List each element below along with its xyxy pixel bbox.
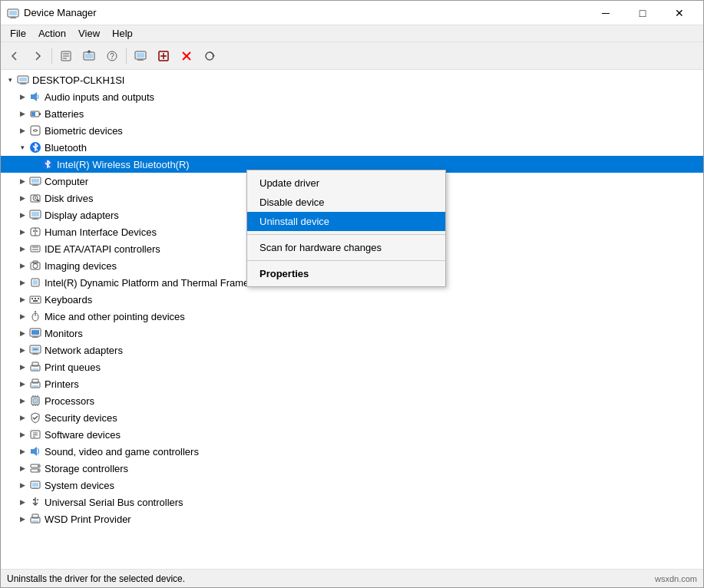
svg-rect-52: [31, 246, 40, 252]
tree-software[interactable]: ▶ Software devices: [1, 426, 703, 443]
ide-label: IDE ATA/ATAPI controllers: [45, 243, 160, 255]
tree-batteries[interactable]: ▶ Batteries: [1, 105, 703, 122]
context-disable-device[interactable]: Disable device: [247, 193, 445, 212]
status-right: wsxdn.com: [655, 574, 697, 583]
window-controls: ─ □ ✕: [588, 2, 697, 25]
svg-rect-74: [33, 353, 38, 354]
svg-rect-79: [32, 368, 38, 370]
context-uninstall-device[interactable]: Uninstall device: [247, 212, 445, 231]
svg-rect-16: [137, 60, 144, 61]
chevron-display: ▶: [16, 209, 28, 221]
maximize-button[interactable]: □: [625, 2, 660, 25]
close-button[interactable]: ✕: [662, 2, 697, 25]
chevron-bt-device: [28, 158, 41, 170]
batteries-label: Batteries: [45, 108, 84, 120]
tree-bluetooth[interactable]: ▾ Bluetooth: [1, 139, 703, 156]
svg-rect-62: [35, 298, 36, 299]
svg-point-51: [36, 230, 38, 232]
refresh-button[interactable]: [199, 45, 220, 67]
svg-point-50: [33, 230, 35, 232]
tree-audio[interactable]: ▶ Audio inputs and outputs: [1, 88, 703, 105]
tree-monitors[interactable]: ▶ Monitors: [1, 325, 703, 342]
display-label: Display adapters: [45, 210, 119, 221]
context-scan-hardware[interactable]: Scan for hardware changes: [247, 238, 445, 257]
printers-icon: [28, 377, 42, 391]
processors-icon: [28, 394, 42, 408]
computer-tree-icon: [28, 174, 42, 188]
tree-biometric[interactable]: ▶ Biometric devices: [1, 122, 703, 139]
storage-label: Storage controllers: [45, 463, 128, 474]
minimize-button[interactable]: ─: [588, 2, 623, 25]
device-tree[interactable]: ▾ DESKTOP-CLKH1SI ▶ Audio: [1, 70, 703, 569]
svg-rect-63: [38, 298, 39, 299]
usb-icon: [28, 495, 42, 509]
help-button[interactable]: ?: [101, 45, 123, 67]
monitor-tree-icon: [28, 326, 42, 340]
svg-point-100: [38, 470, 39, 471]
wsd-icon: [28, 512, 42, 526]
menu-help[interactable]: Help: [106, 25, 139, 41]
software-icon: [28, 428, 42, 441]
chevron-wsd: ▶: [16, 513, 28, 525]
hid-label: Human Interface Devices: [45, 226, 157, 238]
svg-rect-59: [33, 280, 38, 285]
svg-point-105: [37, 499, 38, 500]
security-icon: [28, 411, 42, 424]
tree-mice[interactable]: ▶ Mice and other pointing devices: [1, 308, 703, 325]
app-icon: [7, 7, 19, 19]
svg-marker-96: [34, 447, 37, 456]
forward-button[interactable]: [27, 45, 48, 67]
svg-rect-64: [33, 300, 38, 302]
chevron-intel: ▶: [16, 276, 28, 289]
tree-wsd[interactable]: ▶ WSD Print Provider: [1, 510, 703, 527]
svg-rect-37: [31, 179, 39, 183]
svg-rect-27: [20, 84, 26, 84]
menu-action[interactable]: Action: [32, 25, 72, 41]
chevron-monitors: ▶: [16, 327, 28, 339]
menu-bar: File Action View Help: [1, 25, 703, 42]
intel-label: Intel(R) Dynamic Platform and Thermal Fr…: [45, 277, 270, 289]
display-icon: [28, 208, 42, 222]
back-button[interactable]: [4, 45, 25, 67]
tree-print-queues[interactable]: ▶ Print queues: [1, 358, 703, 375]
remove-button[interactable]: [176, 45, 197, 67]
chevron-computer: ▶: [16, 175, 28, 187]
tree-system[interactable]: ▶ System devices: [1, 477, 703, 494]
chevron-software: ▶: [16, 428, 28, 441]
svg-rect-33: [31, 126, 40, 135]
status-bar: Uninstalls the driver for the selected d…: [1, 569, 703, 587]
tree-keyboards[interactable]: ▶ Keyboards: [1, 291, 703, 308]
tree-security[interactable]: ▶ Security devices: [1, 409, 703, 426]
context-properties[interactable]: Properties: [247, 264, 445, 283]
usb-label: Universal Serial Bus controllers: [45, 497, 183, 508]
wsd-label: WSD Print Provider: [45, 514, 131, 525]
monitor-button[interactable]: [130, 45, 151, 67]
update-driver-button[interactable]: [78, 45, 100, 67]
context-update-driver[interactable]: Update driver: [247, 173, 445, 193]
tree-network[interactable]: ▶ Network adapters: [1, 342, 703, 358]
properties-button[interactable]: [55, 45, 77, 67]
bt-device-icon: [41, 157, 55, 171]
chevron-ide: ▶: [16, 243, 28, 255]
tree-root[interactable]: ▾ DESKTOP-CLKH1SI: [1, 71, 703, 88]
toolbar-sep-1: [51, 48, 52, 64]
svg-rect-2: [11, 17, 15, 18]
monitors-label: Monitors: [45, 328, 83, 339]
tree-storage[interactable]: ▶ Storage controllers: [1, 460, 703, 477]
chevron-imaging: ▶: [16, 259, 28, 272]
svg-rect-61: [31, 298, 33, 299]
svg-rect-39: [32, 185, 38, 186]
chevron-hid: ▶: [16, 226, 28, 238]
svg-rect-102: [32, 483, 38, 487]
scan-button[interactable]: [153, 45, 174, 67]
tree-sound[interactable]: ▶ Sound, video and game controllers: [1, 443, 703, 460]
svg-rect-32: [31, 112, 35, 116]
tree-printers[interactable]: ▶ Printers: [1, 375, 703, 392]
menu-view[interactable]: View: [72, 25, 106, 41]
intel-icon: [28, 276, 42, 289]
tree-usb[interactable]: ▶ Universal Serial Bus controllers: [1, 494, 703, 510]
tree-processors[interactable]: ▶ Processors: [1, 392, 703, 409]
printers-label: Printers: [45, 378, 79, 390]
menu-file[interactable]: File: [4, 25, 32, 41]
audio-icon: [28, 90, 42, 104]
